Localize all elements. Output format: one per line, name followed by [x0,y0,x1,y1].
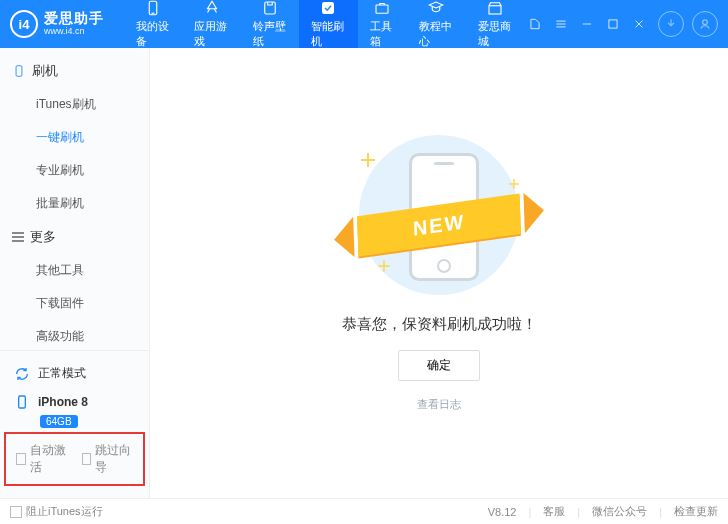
success-illustration: NEW [339,135,539,295]
device-mode[interactable]: 正常模式 [0,359,149,388]
music-icon [261,0,279,17]
sidebar-item-download-firmware[interactable]: 下载固件 [0,287,149,320]
nav-toolbox[interactable]: 工具箱 [358,0,408,48]
maximize-icon[interactable] [602,13,624,35]
phone-icon [14,394,30,410]
nav-label: 教程中心 [419,19,453,49]
sidebar-item-itunes-flash[interactable]: iTunes刷机 [0,88,149,121]
shop-icon [486,0,504,17]
sidebar-group-flash: 刷机 [0,54,149,88]
view-log-link[interactable]: 查看日志 [417,397,461,412]
nav-label: 工具箱 [370,19,396,49]
checkbox-group: 自动激活 跳过向导 [4,432,145,486]
nav-apps[interactable]: 应用游戏 [182,0,240,48]
content-pane: NEW 恭喜您，保资料刷机成功啦！ 确定 查看日志 [150,48,728,498]
skip-wizard-checkbox[interactable]: 跳过向导 [82,442,134,476]
nav-shop[interactable]: 爱思商城 [466,0,524,48]
logo-icon: i4 [10,10,38,38]
nav-my-device[interactable]: 我的设备 [124,0,182,48]
minimize-icon[interactable] [576,13,598,35]
nav-label: 智能刷机 [311,19,345,49]
window-controls [524,13,650,35]
svg-rect-15 [19,396,26,408]
support-link[interactable]: 客服 [543,504,565,519]
sidebar-item-batch-flash[interactable]: 批量刷机 [0,187,149,220]
nav-label: 我的设备 [136,19,170,49]
top-nav: 我的设备 应用游戏 铃声壁纸 智能刷机 工具箱 教程中心 [124,0,524,48]
toolbox-icon [373,0,391,17]
sidebar-item-pro-flash[interactable]: 专业刷机 [0,154,149,187]
device-name: iPhone 8 [38,395,88,409]
nav-smart-flash[interactable]: 智能刷机 [299,0,357,48]
svg-rect-5 [489,6,501,14]
version-label: V8.12 [488,506,517,518]
group-title: 更多 [30,228,56,246]
app-url: www.i4.cn [44,27,104,37]
menu-icon [12,232,24,242]
menu-icon[interactable] [550,13,572,35]
svg-rect-3 [322,2,334,14]
nav-tutorial[interactable]: 教程中心 [407,0,465,48]
block-itunes-checkbox[interactable]: 阻止iTunes运行 [10,504,103,519]
sidebar: 刷机 iTunes刷机 一键刷机 专业刷机 批量刷机 更多 其他工具 下载固件 … [0,48,150,498]
nav-label: 应用游戏 [194,19,228,49]
svg-point-13 [703,20,708,25]
svg-rect-14 [16,66,22,77]
auto-activate-checkbox[interactable]: 自动激活 [16,442,68,476]
mode-label: 正常模式 [38,365,86,382]
apps-icon [203,0,221,17]
device-icon [144,0,162,17]
success-message: 恭喜您，保资料刷机成功啦！ [342,315,537,334]
statusbar: 阻止iTunes运行 V8.12 | 客服 | 微信公众号 | 检查更新 [0,498,728,524]
svg-rect-2 [265,2,276,14]
theme-icon[interactable] [524,13,546,35]
flash-icon [319,0,337,17]
app-logo: i4 爱思助手 www.i4.cn [10,10,104,38]
refresh-icon [14,366,30,382]
confirm-button[interactable]: 确定 [398,350,480,381]
user-button[interactable] [692,11,718,37]
tutorial-icon [427,0,445,17]
svg-rect-4 [376,5,388,13]
check-update-link[interactable]: 检查更新 [674,504,718,519]
sidebar-item-advanced[interactable]: 高级功能 [0,320,149,350]
titlebar: i4 爱思助手 www.i4.cn 我的设备 应用游戏 铃声壁纸 智能刷机 [0,0,728,48]
wechat-link[interactable]: 微信公众号 [592,504,647,519]
connected-device[interactable]: iPhone 8 [0,388,149,416]
download-button[interactable] [658,11,684,37]
sidebar-group-more: 更多 [0,220,149,254]
app-name: 爱思助手 [44,11,104,26]
nav-ringtones[interactable]: 铃声壁纸 [241,0,299,48]
nav-label: 爱思商城 [478,19,512,49]
sidebar-item-oneclick-flash[interactable]: 一键刷机 [0,121,149,154]
svg-rect-10 [609,20,617,28]
nav-label: 铃声壁纸 [253,19,287,49]
device-icon [12,64,26,78]
sidebar-item-other-tools[interactable]: 其他工具 [0,254,149,287]
close-icon[interactable] [628,13,650,35]
storage-badge: 64GB [40,415,78,428]
group-title: 刷机 [32,62,58,80]
